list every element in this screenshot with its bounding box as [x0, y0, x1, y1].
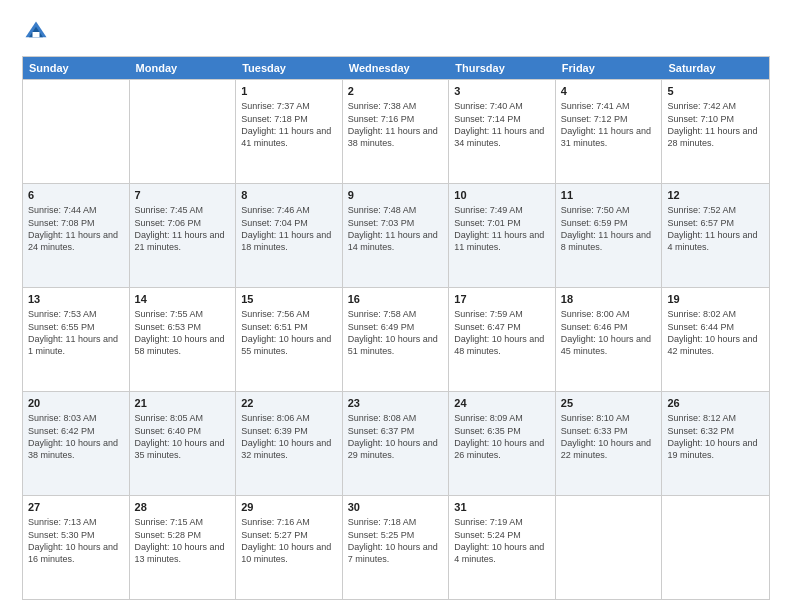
cell-info: Sunrise: 8:09 AM Sunset: 6:35 PM Dayligh…: [454, 412, 550, 461]
day-number: 23: [348, 396, 444, 411]
weekday-header-friday: Friday: [556, 57, 663, 79]
day-number: 1: [241, 84, 337, 99]
calendar-cell-row2-col2: 7Sunrise: 7:45 AM Sunset: 7:06 PM Daylig…: [130, 184, 237, 287]
calendar-row-4: 20Sunrise: 8:03 AM Sunset: 6:42 PM Dayli…: [23, 391, 769, 495]
cell-info: Sunrise: 8:02 AM Sunset: 6:44 PM Dayligh…: [667, 308, 764, 357]
day-number: 26: [667, 396, 764, 411]
calendar-cell-row5-col7: [662, 496, 769, 599]
cell-info: Sunrise: 8:00 AM Sunset: 6:46 PM Dayligh…: [561, 308, 657, 357]
weekday-header-wednesday: Wednesday: [343, 57, 450, 79]
calendar: SundayMondayTuesdayWednesdayThursdayFrid…: [22, 56, 770, 600]
day-number: 20: [28, 396, 124, 411]
day-number: 12: [667, 188, 764, 203]
calendar-row-3: 13Sunrise: 7:53 AM Sunset: 6:55 PM Dayli…: [23, 287, 769, 391]
day-number: 30: [348, 500, 444, 515]
calendar-cell-row1-col7: 5Sunrise: 7:42 AM Sunset: 7:10 PM Daylig…: [662, 80, 769, 183]
cell-info: Sunrise: 7:42 AM Sunset: 7:10 PM Dayligh…: [667, 100, 764, 149]
calendar-row-1: 1Sunrise: 7:37 AM Sunset: 7:18 PM Daylig…: [23, 79, 769, 183]
cell-info: Sunrise: 7:48 AM Sunset: 7:03 PM Dayligh…: [348, 204, 444, 253]
weekday-header-tuesday: Tuesday: [236, 57, 343, 79]
day-number: 31: [454, 500, 550, 515]
day-number: 25: [561, 396, 657, 411]
day-number: 2: [348, 84, 444, 99]
weekday-header-monday: Monday: [130, 57, 237, 79]
cell-info: Sunrise: 7:46 AM Sunset: 7:04 PM Dayligh…: [241, 204, 337, 253]
header: [22, 18, 770, 46]
calendar-cell-row3-col6: 18Sunrise: 8:00 AM Sunset: 6:46 PM Dayli…: [556, 288, 663, 391]
calendar-cell-row5-col4: 30Sunrise: 7:18 AM Sunset: 5:25 PM Dayli…: [343, 496, 450, 599]
day-number: 27: [28, 500, 124, 515]
day-number: 6: [28, 188, 124, 203]
weekday-header-thursday: Thursday: [449, 57, 556, 79]
cell-info: Sunrise: 7:18 AM Sunset: 5:25 PM Dayligh…: [348, 516, 444, 565]
calendar-cell-row1-col6: 4Sunrise: 7:41 AM Sunset: 7:12 PM Daylig…: [556, 80, 663, 183]
calendar-cell-row3-col5: 17Sunrise: 7:59 AM Sunset: 6:47 PM Dayli…: [449, 288, 556, 391]
calendar-row-5: 27Sunrise: 7:13 AM Sunset: 5:30 PM Dayli…: [23, 495, 769, 599]
calendar-cell-row2-col5: 10Sunrise: 7:49 AM Sunset: 7:01 PM Dayli…: [449, 184, 556, 287]
calendar-cell-row1-col1: [23, 80, 130, 183]
cell-info: Sunrise: 7:40 AM Sunset: 7:14 PM Dayligh…: [454, 100, 550, 149]
cell-info: Sunrise: 7:16 AM Sunset: 5:27 PM Dayligh…: [241, 516, 337, 565]
weekday-header-saturday: Saturday: [662, 57, 769, 79]
cell-info: Sunrise: 8:08 AM Sunset: 6:37 PM Dayligh…: [348, 412, 444, 461]
calendar-cell-row4-col2: 21Sunrise: 8:05 AM Sunset: 6:40 PM Dayli…: [130, 392, 237, 495]
day-number: 13: [28, 292, 124, 307]
calendar-cell-row2-col3: 8Sunrise: 7:46 AM Sunset: 7:04 PM Daylig…: [236, 184, 343, 287]
day-number: 4: [561, 84, 657, 99]
cell-info: Sunrise: 7:13 AM Sunset: 5:30 PM Dayligh…: [28, 516, 124, 565]
day-number: 9: [348, 188, 444, 203]
cell-info: Sunrise: 8:12 AM Sunset: 6:32 PM Dayligh…: [667, 412, 764, 461]
cell-info: Sunrise: 8:06 AM Sunset: 6:39 PM Dayligh…: [241, 412, 337, 461]
cell-info: Sunrise: 7:41 AM Sunset: 7:12 PM Dayligh…: [561, 100, 657, 149]
day-number: 7: [135, 188, 231, 203]
calendar-cell-row1-col3: 1Sunrise: 7:37 AM Sunset: 7:18 PM Daylig…: [236, 80, 343, 183]
cell-info: Sunrise: 7:45 AM Sunset: 7:06 PM Dayligh…: [135, 204, 231, 253]
svg-rect-2: [33, 32, 40, 37]
cell-info: Sunrise: 7:58 AM Sunset: 6:49 PM Dayligh…: [348, 308, 444, 357]
calendar-cell-row4-col5: 24Sunrise: 8:09 AM Sunset: 6:35 PM Dayli…: [449, 392, 556, 495]
calendar-cell-row2-col4: 9Sunrise: 7:48 AM Sunset: 7:03 PM Daylig…: [343, 184, 450, 287]
calendar-header: SundayMondayTuesdayWednesdayThursdayFrid…: [23, 57, 769, 79]
cell-info: Sunrise: 7:44 AM Sunset: 7:08 PM Dayligh…: [28, 204, 124, 253]
logo: [22, 18, 54, 46]
day-number: 8: [241, 188, 337, 203]
calendar-cell-row1-col4: 2Sunrise: 7:38 AM Sunset: 7:16 PM Daylig…: [343, 80, 450, 183]
day-number: 18: [561, 292, 657, 307]
day-number: 22: [241, 396, 337, 411]
calendar-cell-row4-col1: 20Sunrise: 8:03 AM Sunset: 6:42 PM Dayli…: [23, 392, 130, 495]
day-number: 3: [454, 84, 550, 99]
day-number: 16: [348, 292, 444, 307]
calendar-cell-row3-col4: 16Sunrise: 7:58 AM Sunset: 6:49 PM Dayli…: [343, 288, 450, 391]
cell-info: Sunrise: 8:05 AM Sunset: 6:40 PM Dayligh…: [135, 412, 231, 461]
cell-info: Sunrise: 7:38 AM Sunset: 7:16 PM Dayligh…: [348, 100, 444, 149]
calendar-cell-row5-col2: 28Sunrise: 7:15 AM Sunset: 5:28 PM Dayli…: [130, 496, 237, 599]
calendar-body: 1Sunrise: 7:37 AM Sunset: 7:18 PM Daylig…: [23, 79, 769, 599]
calendar-cell-row4-col3: 22Sunrise: 8:06 AM Sunset: 6:39 PM Dayli…: [236, 392, 343, 495]
cell-info: Sunrise: 8:10 AM Sunset: 6:33 PM Dayligh…: [561, 412, 657, 461]
cell-info: Sunrise: 7:55 AM Sunset: 6:53 PM Dayligh…: [135, 308, 231, 357]
calendar-cell-row5-col5: 31Sunrise: 7:19 AM Sunset: 5:24 PM Dayli…: [449, 496, 556, 599]
calendar-cell-row3-col2: 14Sunrise: 7:55 AM Sunset: 6:53 PM Dayli…: [130, 288, 237, 391]
cell-info: Sunrise: 7:50 AM Sunset: 6:59 PM Dayligh…: [561, 204, 657, 253]
calendar-cell-row3-col1: 13Sunrise: 7:53 AM Sunset: 6:55 PM Dayli…: [23, 288, 130, 391]
calendar-cell-row3-col3: 15Sunrise: 7:56 AM Sunset: 6:51 PM Dayli…: [236, 288, 343, 391]
day-number: 14: [135, 292, 231, 307]
cell-info: Sunrise: 7:53 AM Sunset: 6:55 PM Dayligh…: [28, 308, 124, 357]
day-number: 28: [135, 500, 231, 515]
day-number: 10: [454, 188, 550, 203]
calendar-cell-row4-col6: 25Sunrise: 8:10 AM Sunset: 6:33 PM Dayli…: [556, 392, 663, 495]
cell-info: Sunrise: 7:59 AM Sunset: 6:47 PM Dayligh…: [454, 308, 550, 357]
day-number: 19: [667, 292, 764, 307]
cell-info: Sunrise: 7:15 AM Sunset: 5:28 PM Dayligh…: [135, 516, 231, 565]
cell-info: Sunrise: 7:37 AM Sunset: 7:18 PM Dayligh…: [241, 100, 337, 149]
day-number: 5: [667, 84, 764, 99]
calendar-cell-row2-col1: 6Sunrise: 7:44 AM Sunset: 7:08 PM Daylig…: [23, 184, 130, 287]
day-number: 24: [454, 396, 550, 411]
day-number: 17: [454, 292, 550, 307]
day-number: 15: [241, 292, 337, 307]
day-number: 11: [561, 188, 657, 203]
calendar-cell-row5-col6: [556, 496, 663, 599]
cell-info: Sunrise: 7:19 AM Sunset: 5:24 PM Dayligh…: [454, 516, 550, 565]
calendar-cell-row5-col1: 27Sunrise: 7:13 AM Sunset: 5:30 PM Dayli…: [23, 496, 130, 599]
logo-icon: [22, 18, 50, 46]
